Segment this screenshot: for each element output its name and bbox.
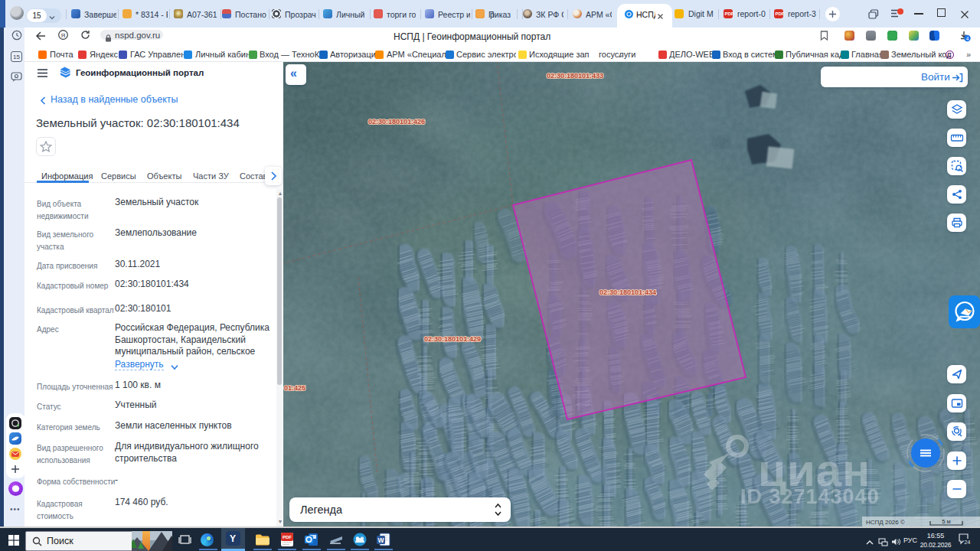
svg-text:24: 24 xyxy=(965,540,971,545)
svg-text:НСПД 2026 ©: НСПД 2026 © xyxy=(866,519,905,526)
svg-text:4: 4 xyxy=(966,36,969,41)
svg-text:02:30:180101:433: 02:30:180101:433 xyxy=(547,72,603,80)
svg-text:02:30:180101:434: 02:30:180101:434 xyxy=(599,289,656,296)
svg-text:W: W xyxy=(377,536,384,544)
svg-text:Я: Я xyxy=(61,32,66,39)
svg-text:5 м: 5 м xyxy=(942,518,950,525)
svg-text:02:30:180101:429: 02:30:180101:429 xyxy=(424,335,481,343)
svg-text:PDF: PDF xyxy=(283,535,292,540)
svg-text:ID 327143040: ID 327143040 xyxy=(740,485,880,508)
svg-text:01:425: 01:425 xyxy=(284,384,305,392)
svg-text:02:30:180101:426: 02:30:180101:426 xyxy=(368,118,425,126)
